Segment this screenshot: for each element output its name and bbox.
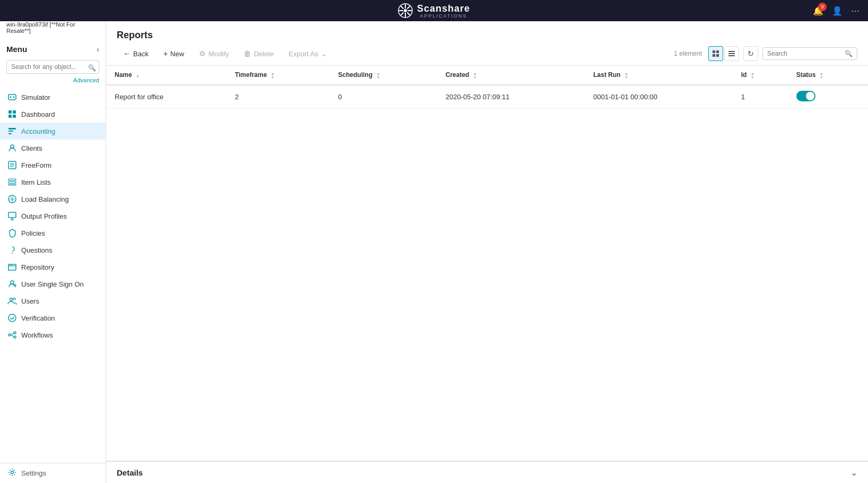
sidebar-item-questions[interactable]: Questions <box>0 242 106 258</box>
sidebar-item-item-lists-label: Item Lists <box>21 178 51 186</box>
col-last-run-label: Last Run <box>593 71 620 79</box>
sidebar-item-repository[interactable]: Repository <box>0 258 106 275</box>
sidebar-search-wrap: 🔍 <box>0 60 106 76</box>
back-icon: ← <box>123 49 131 58</box>
col-created[interactable]: Created ▲▼ <box>437 66 585 85</box>
sidebar-item-simulator[interactable]: Simulator <box>0 89 106 106</box>
users-icon <box>7 296 17 306</box>
sidebar-item-user-sso[interactable]: User Single Sign On <box>0 275 106 292</box>
svg-point-12 <box>13 97 15 98</box>
new-label: New <box>170 50 184 58</box>
user-sso-icon <box>7 279 17 289</box>
svg-line-5 <box>401 6 403 9</box>
sidebar-item-workflows[interactable]: Workflows <box>0 326 106 343</box>
back-button[interactable]: ← Back <box>117 46 155 61</box>
freeform-icon <box>7 160 17 170</box>
svg-point-42 <box>14 336 16 338</box>
status-toggle[interactable] <box>796 91 815 101</box>
cell-scheduling: 0 <box>329 85 437 109</box>
sidebar: win-9ra0po873if [**Not For Resale**] Men… <box>0 21 106 483</box>
sidebar-item-dashboard[interactable]: Dashboard <box>0 106 106 123</box>
svg-point-11 <box>10 97 12 98</box>
sidebar-settings[interactable]: Settings <box>0 463 106 483</box>
col-created-label: Created <box>446 71 470 79</box>
verification-icon <box>7 313 17 323</box>
sidebar-item-dashboard-label: Dashboard <box>21 110 55 118</box>
svg-line-6 <box>407 13 410 15</box>
col-id[interactable]: Id ▲▼ <box>733 66 788 85</box>
settings-label: Settings <box>21 469 46 477</box>
sidebar-item-repository-label: Repository <box>21 263 54 271</box>
svg-point-37 <box>10 298 13 301</box>
col-timeframe-sort: ▲▼ <box>271 72 274 79</box>
workflows-icon <box>7 330 17 340</box>
svg-point-20 <box>11 145 14 148</box>
delete-button[interactable]: 🗑 Delete <box>237 46 280 61</box>
content: Reports ← Back + New ⚙ Modify 🗑 Delete <box>106 21 868 483</box>
sidebar-search-icon: 🔍 <box>88 64 96 72</box>
sidebar-item-simulator-label: Simulator <box>21 93 50 101</box>
svg-rect-17 <box>8 128 16 130</box>
svg-rect-29 <box>8 212 16 218</box>
export-button[interactable]: Export As ⌄ <box>282 46 334 61</box>
svg-rect-45 <box>716 50 719 53</box>
sidebar-item-policies-label: Policies <box>21 229 45 237</box>
cell-last-run: 0001-01-01 00:00:00 <box>585 85 733 109</box>
col-id-sort: ▲▼ <box>751 72 754 79</box>
sidebar-item-clients[interactable]: Clients <box>0 140 106 157</box>
modify-button[interactable]: ⚙ Modify <box>193 46 235 61</box>
more-options-icon[interactable]: ⋯ <box>851 6 860 16</box>
table-row[interactable]: Report for office 2 0 2020-05-20 07:09:1… <box>106 85 868 109</box>
policies-icon <box>7 228 17 238</box>
questions-icon <box>7 245 17 255</box>
col-status-sort: ▲▼ <box>820 72 823 79</box>
sidebar-item-policies[interactable]: Policies <box>0 225 106 242</box>
details-collapse-icon[interactable]: ⌄ <box>850 468 857 478</box>
sidebar-close-icon[interactable]: ‹ <box>97 45 99 54</box>
svg-line-8 <box>401 13 403 15</box>
col-timeframe[interactable]: Timeframe ▲▼ <box>227 66 330 85</box>
sidebar-item-users[interactable]: Users <box>0 292 106 309</box>
notifications-icon[interactable]: 🔔 9 <box>813 6 823 16</box>
simulator-icon <box>7 92 17 102</box>
col-created-sort: ▲▼ <box>473 72 477 79</box>
sidebar-item-item-lists[interactable]: Item Lists <box>0 174 106 191</box>
refresh-button[interactable]: ↻ <box>743 46 758 61</box>
sidebar-item-accounting[interactable]: Accounting <box>0 123 106 140</box>
svg-rect-46 <box>713 54 715 57</box>
search-icon: 🔍 <box>845 50 853 57</box>
accounting-icon <box>7 126 17 136</box>
sidebar-item-freeform[interactable]: FreeForm <box>0 157 106 174</box>
brand-logo: Scanshare APPLICATIONS <box>398 3 470 19</box>
sidebar-title: Menu <box>6 45 27 54</box>
list-view-button[interactable] <box>724 46 739 61</box>
topbar: Scanshare APPLICATIONS 🔔 9 👤 ⋯ <box>0 0 868 21</box>
col-status[interactable]: Status ▲▼ <box>788 66 868 85</box>
svg-rect-15 <box>8 115 12 118</box>
modify-icon: ⚙ <box>199 49 206 58</box>
svg-rect-16 <box>13 115 16 118</box>
sidebar-advanced-link[interactable]: Advanced <box>0 76 106 87</box>
user-icon[interactable]: 👤 <box>832 6 843 16</box>
col-last-run[interactable]: Last Run ▲▼ <box>585 66 733 85</box>
sidebar-item-output-profiles[interactable]: Output Profiles <box>0 208 106 225</box>
brand-sub: APPLICATIONS <box>417 13 470 19</box>
sidebar-item-accounting-label: Accounting <box>21 127 55 135</box>
toolbar-right: 1 element ↻ 🔍 <box>674 46 857 61</box>
new-button[interactable]: + New <box>157 46 190 61</box>
svg-rect-27 <box>8 184 16 185</box>
svg-rect-48 <box>728 51 735 52</box>
sidebar-search-input[interactable] <box>6 60 99 74</box>
col-status-label: Status <box>796 71 816 79</box>
cell-timeframe: 2 <box>227 85 330 109</box>
grid-view-button[interactable] <box>708 46 723 61</box>
search-input[interactable] <box>767 50 841 57</box>
col-scheduling[interactable]: Scheduling ▲▼ <box>329 66 437 85</box>
svg-rect-18 <box>8 131 13 132</box>
col-name[interactable]: Name ▲ <box>106 66 227 85</box>
sidebar-item-verification[interactable]: Verification <box>0 309 106 326</box>
svg-rect-14 <box>13 110 16 114</box>
sidebar-item-load-balancing[interactable]: Load Balancing <box>0 191 106 208</box>
svg-point-40 <box>8 334 11 336</box>
svg-line-7 <box>407 6 410 9</box>
